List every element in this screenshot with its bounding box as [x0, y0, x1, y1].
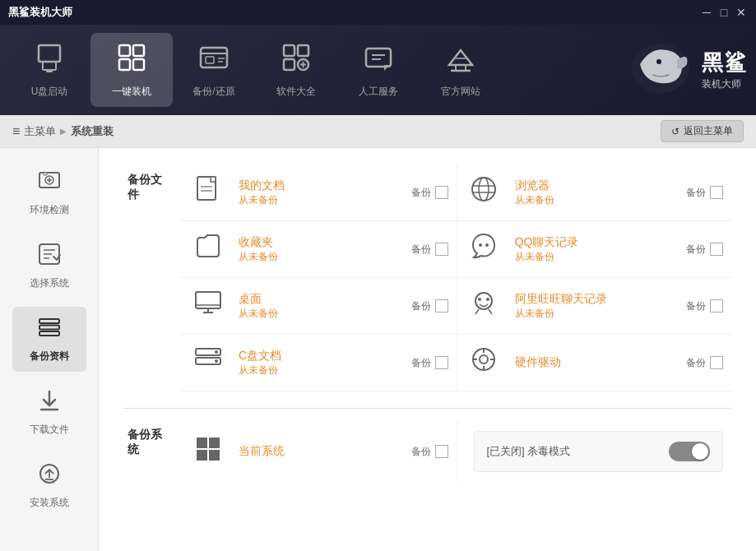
cdocs-icon: [189, 345, 226, 381]
nav-item-onekey[interactable]: 一键装机: [90, 33, 173, 107]
browser-checkbox[interactable]: [710, 186, 723, 199]
favorites-checkbox-area[interactable]: 备份: [411, 243, 448, 257]
backup-system-label: 备份系统: [123, 421, 169, 457]
favorites-status: 从未备份: [239, 250, 399, 264]
nav-logo: 黑鲨 装机大师: [628, 35, 748, 104]
currentsys-checkbox-area[interactable]: 备份: [411, 445, 448, 459]
favorites-info: 收藏夹 从未备份: [239, 235, 399, 264]
aliww-checkbox[interactable]: [710, 299, 723, 313]
app-title: 黑鲨装机大师: [8, 5, 72, 20]
favorites-icon: [189, 231, 226, 267]
title-bar-controls: ─ □ ✕: [700, 6, 748, 19]
cdocs-checkbox-area[interactable]: 备份: [411, 356, 448, 370]
nav-backup-label: 备份/还原: [192, 85, 234, 99]
usb-icon: [34, 42, 65, 80]
favorites-backup-label: 备份: [411, 243, 431, 257]
svg-point-60: [480, 355, 488, 363]
nav-website-label: 官方网站: [441, 85, 480, 99]
aliww-icon: [466, 288, 503, 324]
list-item: 收藏夹 从未备份 备份: [181, 221, 457, 278]
mydocs-status: 从未备份: [239, 193, 399, 207]
svg-rect-34: [39, 331, 59, 336]
back-label: 返回主菜单: [684, 124, 733, 138]
list-item: 桌面 从未备份 备份: [181, 278, 457, 335]
desktop-checkbox-area[interactable]: 备份: [411, 299, 448, 313]
mydocs-checkbox-area[interactable]: 备份: [411, 186, 448, 200]
desktop-checkbox[interactable]: [435, 299, 448, 313]
antivirus-item: [已关闭] 杀毒模式: [457, 421, 732, 482]
sidebar-item-install[interactable]: 安装系统: [12, 453, 86, 518]
main-layout: 环境检测 选择系统: [0, 148, 756, 551]
qq-icon: [466, 231, 503, 267]
close-button[interactable]: ✕: [735, 6, 748, 19]
system-item: 当前系统 备份: [181, 421, 457, 482]
list-item: 浏览器 从未备份 备份: [457, 164, 732, 221]
svg-rect-68: [209, 450, 220, 461]
browser-icon: [466, 174, 503, 211]
software-icon: [281, 42, 312, 80]
nav-software-label: 软件大全: [276, 85, 316, 99]
mydocs-checkbox[interactable]: [435, 186, 448, 199]
env-icon: [37, 169, 62, 199]
sidebar-item-env[interactable]: 环境检测: [12, 160, 86, 225]
cdocs-status: 从未备份: [239, 363, 399, 377]
install-label: 安装系统: [30, 496, 69, 510]
driver-checkbox[interactable]: [710, 356, 723, 369]
onekey-icon: [116, 42, 147, 80]
mydocs-info: 我的文档 从未备份: [239, 178, 399, 207]
install-icon: [37, 461, 62, 492]
cdocs-backup-label: 备份: [411, 356, 431, 370]
toggle-knob: [692, 443, 708, 460]
svg-rect-6: [133, 59, 144, 70]
desktop-info: 桌面 从未备份: [239, 292, 399, 321]
sidebar-item-download[interactable]: 下载文件: [12, 380, 86, 445]
download-icon: [37, 388, 62, 419]
logo-text: 黑鲨 装机大师: [702, 49, 748, 91]
qq-checkbox-area[interactable]: 备份: [686, 243, 723, 257]
back-button[interactable]: ↺ 返回主菜单: [661, 120, 744, 142]
sidebar-item-data[interactable]: 备份资料: [12, 307, 86, 372]
mydocs-icon: [189, 174, 226, 211]
breadcrumb: ≡ 主菜单 ▶ 系统重装: [12, 124, 114, 139]
select-icon: [37, 242, 62, 272]
nav-item-usb[interactable]: U盘启动: [8, 33, 90, 107]
nav-item-backup[interactable]: 备份/还原: [173, 33, 255, 107]
cdocs-name: C盘文档: [239, 349, 399, 363]
aliww-checkbox-area[interactable]: 备份: [686, 299, 723, 313]
driver-info: 硬件驱动: [515, 355, 675, 370]
nav-item-service[interactable]: 人工服务: [337, 33, 420, 107]
windows-icon: [189, 433, 226, 470]
website-icon: [445, 42, 476, 80]
currentsys-checkbox[interactable]: [435, 445, 448, 458]
driver-checkbox-area[interactable]: 备份: [686, 356, 723, 370]
qq-checkbox[interactable]: [710, 243, 723, 256]
list-item: 阿里旺旺聊天记录 从未备份 备份: [457, 278, 732, 335]
antivirus-toggle[interactable]: [669, 442, 710, 461]
svg-rect-48: [196, 292, 220, 308]
backup-items-grid: 我的文档 从未备份 备份: [181, 164, 731, 391]
breadcrumb-menu-icon: ≡: [12, 124, 20, 139]
minimize-button[interactable]: ─: [700, 6, 713, 19]
qq-backup-label: 备份: [686, 243, 706, 257]
system-grid: 当前系统 备份 [已关闭] 杀毒模式: [181, 421, 731, 482]
list-item: QQ聊天记录 从未备份 备份: [457, 221, 732, 278]
sidebar-item-select[interactable]: 选择系统: [12, 234, 86, 299]
cdocs-checkbox[interactable]: [435, 356, 448, 369]
list-item: 硬件驱动 备份: [457, 335, 732, 391]
svg-point-57: [215, 350, 218, 354]
nav-item-website[interactable]: 官方网站: [420, 33, 502, 107]
maximize-button[interactable]: □: [717, 6, 730, 19]
currentsys-info: 当前系统: [239, 444, 399, 459]
browser-checkbox-area[interactable]: 备份: [686, 186, 723, 200]
favorites-checkbox[interactable]: [435, 243, 448, 256]
breadcrumb-home: 主菜单: [24, 124, 56, 139]
svg-rect-18: [366, 49, 391, 67]
nav-item-software[interactable]: 软件大全: [255, 33, 337, 107]
aliww-name: 阿里旺旺聊天记录: [515, 292, 675, 307]
back-icon: ↺: [671, 126, 679, 137]
svg-point-46: [479, 243, 482, 247]
antivirus-label: [已关闭] 杀毒模式: [487, 444, 571, 459]
mydocs-name: 我的文档: [239, 178, 399, 193]
title-bar: 黑鲨装机大师 ─ □ ✕: [0, 0, 756, 25]
browser-info: 浏览器 从未备份: [515, 178, 675, 207]
